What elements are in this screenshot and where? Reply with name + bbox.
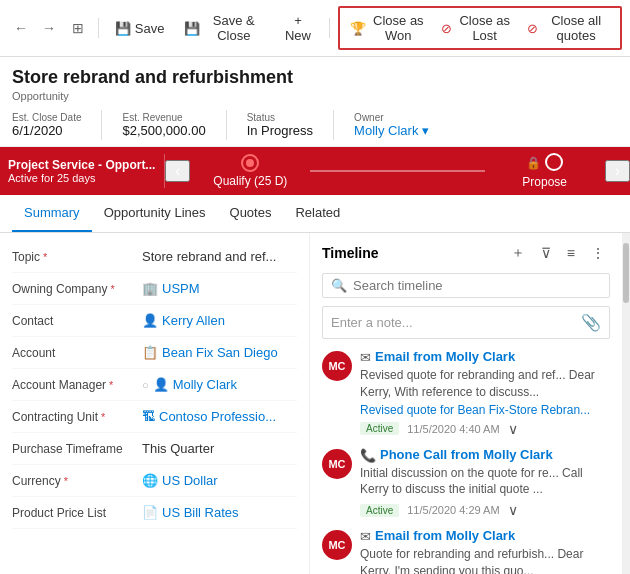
timeline-item-body: Initial discussion on the quote for re..…	[360, 465, 610, 499]
qualify-circle	[241, 154, 259, 172]
timeline-item-footer: Active 11/5/2020 4:29 AM ∨	[360, 502, 610, 518]
timeline-search-box[interactable]: 🔍	[322, 273, 610, 298]
timeline-item-title[interactable]: Email from Molly Clark	[375, 528, 610, 543]
currency-link[interactable]: 🌐 US Dollar	[142, 473, 297, 488]
timeline-time: 11/5/2020 4:40 AM	[407, 423, 499, 435]
purchase-timeframe-label: Purchase Timeframe	[12, 442, 142, 456]
stage-steps: Qualify (25 D) 🔒 Propose	[190, 153, 604, 189]
close-lost-button[interactable]: ⊘ Close as Lost	[435, 10, 519, 46]
qualify-label: Qualify (25 D)	[213, 174, 287, 188]
stage-project-sub: Active for 25 days	[8, 172, 156, 184]
account-manager-required: *	[109, 379, 113, 391]
expand-button[interactable]: ∨	[508, 502, 518, 518]
contracting-unit-link[interactable]: 🏗 Contoso Professio...	[142, 409, 297, 424]
close-date-label: Est. Close Date	[12, 112, 81, 123]
new-button[interactable]: + New	[275, 9, 321, 47]
save-close-button[interactable]: 💾 Save & Close	[176, 9, 271, 47]
save-button[interactable]: 💾 Save	[107, 17, 173, 40]
page-meta: Est. Close Date 6/1/2020 Est. Revenue $2…	[12, 110, 618, 140]
status-badge: Active	[360, 504, 399, 517]
revenue-value: $2,500,000.00	[122, 123, 205, 138]
save-icon: 💾	[115, 21, 131, 36]
tabs: Summary Opportunity Lines Quotes Related	[0, 195, 630, 233]
timeline-filter-button[interactable]: ⊽	[536, 241, 556, 265]
paperclip-icon: 📎	[581, 313, 601, 332]
stage-line	[310, 170, 484, 172]
close-won-icon: 🏆	[350, 21, 366, 36]
timeline-item: MC ✉ Email from Molly Clark Revised quot…	[322, 349, 610, 437]
status-label: Status	[247, 112, 313, 123]
divider-1	[98, 18, 99, 38]
owner-value: Molly Clark	[354, 123, 418, 138]
tab-opportunity-lines[interactable]: Opportunity Lines	[92, 195, 218, 232]
owning-company-required: *	[110, 283, 114, 295]
timeline-header: Timeline ＋ ⊽ ≡ ⋮	[322, 241, 610, 265]
close-quotes-icon: ⊘	[527, 21, 538, 36]
page-subtitle: Opportunity	[12, 90, 618, 102]
owning-company-link[interactable]: 🏢 USPM	[142, 281, 297, 296]
meta-sep-2	[226, 110, 227, 140]
account-manager-label: Account Manager *	[12, 378, 142, 392]
tab-related[interactable]: Related	[283, 195, 352, 232]
propose-lock-icon: 🔒	[526, 156, 541, 170]
circle-icon: ○	[142, 379, 149, 391]
stage-project-name: Project Service - Opport...	[8, 158, 156, 172]
page-header: Store rebrand and refurbishment Opportun…	[0, 57, 630, 147]
timeline-sort-button[interactable]: ≡	[562, 241, 580, 265]
document-icon: 📄	[142, 505, 158, 520]
close-quotes-button[interactable]: ⊘ Close all quotes	[521, 10, 616, 46]
account-label: Account	[12, 346, 142, 360]
status-field: Status In Progress	[247, 112, 313, 138]
stage-left-arrow[interactable]: ‹	[165, 160, 190, 182]
expand-button[interactable]: ∨	[508, 421, 518, 437]
account-manager-link[interactable]: ○ 👤 Molly Clark	[142, 377, 297, 392]
close-actions-group: 🏆 Close as Won ⊘ Close as Lost ⊘ Close a…	[338, 6, 622, 50]
owner-field: Owner Molly Clark ▾	[354, 112, 429, 138]
timeline-item-title[interactable]: Phone Call from Molly Clark	[380, 447, 610, 462]
grid-button[interactable]: ⊞	[66, 16, 90, 40]
contracting-unit-required: *	[101, 411, 105, 423]
email-icon: ✉	[360, 350, 371, 365]
back-button[interactable]: ←	[8, 16, 34, 40]
close-won-button[interactable]: 🏆 Close as Won	[344, 10, 434, 46]
timeline-add-button[interactable]: ＋	[506, 241, 530, 265]
price-list-label: Product Price List	[12, 506, 142, 520]
timeline-item-footer: Active 11/5/2020 4:40 AM ∨	[360, 421, 610, 437]
timeline-more-button[interactable]: ⋮	[586, 241, 610, 265]
field-currency: Currency * 🌐 US Dollar	[12, 465, 297, 497]
timeline-item-attachment[interactable]: Revised quote for Bean Fix-Store Rebran.…	[360, 403, 610, 417]
contact-link[interactable]: 👤 Kerry Allen	[142, 313, 297, 328]
tab-summary[interactable]: Summary	[12, 195, 92, 232]
timeline-item-body: Quote for rebranding and refurbish... De…	[360, 546, 610, 574]
close-lost-icon: ⊘	[441, 21, 452, 36]
toolbar: ← → ⊞ 💾 Save 💾 Save & Close + New 🏆 Clos…	[0, 0, 630, 57]
forward-button[interactable]: →	[36, 16, 62, 40]
stage-project-info: Project Service - Opport... Active for 2…	[0, 154, 165, 188]
meta-sep-3	[333, 110, 334, 140]
currency-label: Currency *	[12, 474, 142, 488]
topic-label: Topic *	[12, 250, 142, 264]
chevron-down-icon: ▾	[422, 123, 429, 138]
avatar: MC	[322, 530, 352, 560]
account-icon: 📋	[142, 345, 158, 360]
timeline-item-content: ✉ Email from Molly Clark Quote for rebra…	[360, 528, 610, 574]
scrollbar[interactable]	[622, 233, 630, 574]
timeline-item-content: 📞 Phone Call from Molly Clark Initial di…	[360, 447, 610, 519]
account-link[interactable]: 📋 Bean Fix San Diego	[142, 345, 297, 360]
scrollbar-thumb[interactable]	[623, 243, 629, 303]
form-panel: Topic * Store rebrand and ref... Owning …	[0, 233, 310, 574]
timeline-item-title[interactable]: Email from Molly Clark	[375, 349, 610, 364]
field-account: Account 📋 Bean Fix San Diego	[12, 337, 297, 369]
stage-right-arrow[interactable]: ›	[605, 160, 630, 182]
timeline-item-body: Revised quote for rebranding and ref... …	[360, 367, 610, 401]
owner-link[interactable]: Molly Clark ▾	[354, 123, 429, 138]
topic-value: Store rebrand and ref...	[142, 249, 297, 264]
email-icon: ✉	[360, 529, 371, 544]
tab-quotes[interactable]: Quotes	[218, 195, 284, 232]
timeline-item-header: ✉ Email from Molly Clark	[360, 349, 610, 365]
save-close-icon: 💾	[184, 21, 200, 36]
timeline-note-input[interactable]: Enter a note... 📎	[322, 306, 610, 339]
price-list-link[interactable]: 📄 US Bill Rates	[142, 505, 297, 520]
timeline-search-input[interactable]	[353, 278, 601, 293]
timeline-action-buttons: ＋ ⊽ ≡ ⋮	[506, 241, 610, 265]
